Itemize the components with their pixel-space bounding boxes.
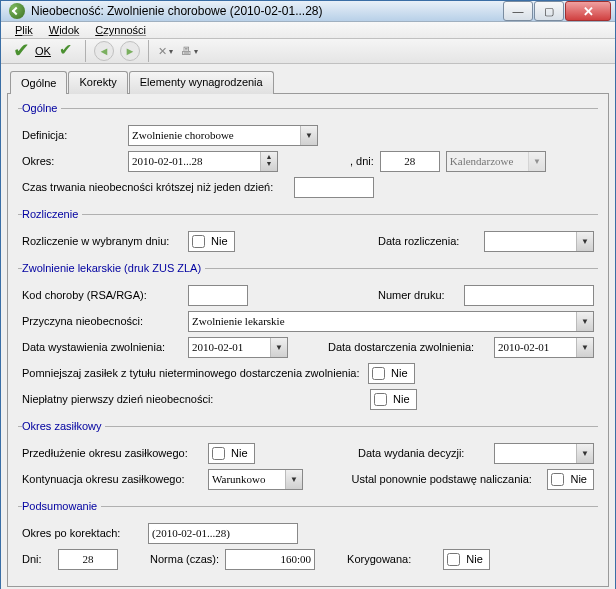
combo-przyczyna[interactable]: Zwolnienie lekarskie ▼ [188, 311, 594, 332]
checkbox-input[interactable] [212, 447, 225, 460]
checkbox-label: Nie [391, 367, 408, 379]
content-area: Ogólne Korekty Elementy wynagrodzenia Og… [1, 64, 615, 589]
checkbox-label: Nie [211, 235, 228, 247]
checkbox-label: Nie [393, 393, 410, 405]
chevron-down-icon: ▼ [300, 126, 317, 145]
legend-zwolnienie: Zwolnienie lekarskie (druk ZUS ZLA) [22, 262, 205, 274]
menu-widok[interactable]: Widok [41, 22, 88, 38]
checkbox-label: Nie [466, 553, 483, 565]
chevron-down-icon: ▼ [576, 312, 593, 331]
chevron-down-icon: ▼ [576, 338, 593, 357]
section-ogolne: Ogólne Definicja: Zwolnienie chorobowe ▼… [18, 102, 598, 204]
checkbox-label: Nie [570, 473, 587, 485]
section-okres-zasilkowy: Okres zasiłkowy Przedłużenie okresu zasi… [18, 420, 598, 496]
ok-button[interactable]: ✔ OK [7, 39, 57, 63]
legend-podsumowanie: Podsumowanie [22, 500, 101, 512]
chevron-down-icon: ▼ [285, 470, 302, 489]
separator [85, 40, 86, 62]
input-dni[interactable] [380, 151, 440, 172]
label-definicja: Definicja: [22, 129, 122, 141]
label-dni-pods: Dni: [22, 553, 52, 565]
titlebar: Nieobecność: Zwolnienie chorobowe (2010-… [1, 1, 615, 22]
maximize-button[interactable]: ▢ [534, 1, 564, 21]
label-kontynuacja: Kontynuacja okresu zasiłkowego: [22, 473, 202, 485]
label-czas: Czas trwania nieobecności krótszej niż j… [22, 181, 288, 193]
apply-icon[interactable]: ✔ [59, 41, 79, 61]
legend-ogolne: Ogólne [22, 102, 61, 114]
section-zwolnienie: Zwolnienie lekarskie (druk ZUS ZLA) Kod … [18, 262, 598, 416]
date-data-wystawienia[interactable]: 2010-02-01 ▼ [188, 337, 288, 358]
combo-definicja[interactable]: Zwolnienie chorobowe ▼ [128, 125, 318, 146]
checkbox-input[interactable] [192, 235, 205, 248]
label-okres-korekty: Okres po korektach: [22, 527, 142, 539]
combo-przyczyna-value: Zwolnienie lekarskie [192, 315, 285, 327]
input-numer-druku[interactable] [464, 285, 594, 306]
checkbox-input[interactable] [372, 367, 385, 380]
combo-kontynuacja[interactable]: Warunkowo ▼ [208, 469, 303, 490]
label-data-decyzji: Data wydania decyzji: [358, 447, 488, 459]
label-korygowana: Korygowana: [347, 553, 411, 565]
tools-button[interactable]: ✕▾ [157, 42, 175, 60]
menu-czynnosci[interactable]: Czynności [87, 22, 154, 38]
label-pomniejszaj: Pomniejszaj zasiłek z tytułu nieterminow… [22, 367, 362, 379]
nav-forward-button[interactable]: ► [120, 41, 140, 61]
label-norma: Norma (czas): [150, 553, 219, 565]
checkbox-nieplatny[interactable]: Nie [370, 389, 417, 410]
label-data-wystawienia: Data wystawienia zwolnienia: [22, 341, 182, 353]
ok-label: OK [35, 45, 51, 57]
separator [148, 40, 149, 62]
checkbox-przedluzenie[interactable]: Nie [208, 443, 255, 464]
checkbox-label: Nie [231, 447, 248, 459]
legend-rozliczenie: Rozliczenie [22, 208, 82, 220]
input-okres-korekty[interactable] [148, 523, 298, 544]
close-button[interactable]: ✕ [565, 1, 611, 21]
checkbox-korygowana[interactable]: Nie [443, 549, 490, 570]
date-value: 2010-02-01 [192, 341, 243, 353]
nav-back-button[interactable]: ◄ [94, 41, 114, 61]
tabs: Ogólne Korekty Elementy wynagrodzenia [10, 70, 609, 93]
label-okres: Okres: [22, 155, 122, 167]
chevron-down-icon: ▼ [270, 338, 287, 357]
label-przyczyna: Przyczyna nieobecności: [22, 315, 182, 327]
section-rozliczenie: Rozliczenie Rozliczenie w wybranym dniu:… [18, 208, 598, 258]
label-nieplatny: Niepłatny pierwszy dzień nieobecności: [22, 393, 222, 405]
combo-kalendarzowe-value: Kalendarzowe [450, 155, 514, 167]
date-data-rozliczenia[interactable]: ▼ [484, 231, 594, 252]
label-dni: , dni: [350, 155, 374, 167]
app-icon [9, 3, 25, 19]
date-okres[interactable]: 2010-02-01...28 ▲▼ [128, 151, 278, 172]
checkbox-rozliczenie-dzien[interactable]: Nie [188, 231, 235, 252]
section-podsumowanie: Podsumowanie Okres po korektach: Dni: No… [18, 500, 598, 576]
tab-ogolne[interactable]: Ogólne [10, 71, 67, 94]
menubar: Plik Widok Czynności [1, 22, 615, 39]
checkbox-pomniejszaj[interactable]: Nie [368, 363, 415, 384]
checkbox-input[interactable] [551, 473, 564, 486]
checkbox-ustal[interactable]: Nie [547, 469, 594, 490]
window-title: Nieobecność: Zwolnienie chorobowe (2010-… [31, 4, 503, 18]
tab-korekty[interactable]: Korekty [68, 71, 127, 94]
input-dni-pods[interactable] [58, 549, 118, 570]
label-przedluzenie: Przedłużenie okresu zasiłkowego: [22, 447, 202, 459]
label-rozliczenie-dzien: Rozliczenie w wybranym dniu: [22, 235, 182, 247]
check-icon: ✔ [13, 41, 33, 61]
toolbar: ✔ OK ✔ ◄ ► ✕▾ 🖶▾ [1, 39, 615, 64]
checkbox-input[interactable] [374, 393, 387, 406]
window-controls: — ▢ ✕ [503, 1, 611, 21]
checkbox-input[interactable] [447, 553, 460, 566]
app-window: Nieobecność: Zwolnienie chorobowe (2010-… [0, 0, 616, 589]
date-data-dostarczenia[interactable]: 2010-02-01 ▼ [494, 337, 594, 358]
chevron-down-icon: ▼ [528, 152, 545, 171]
menu-plik[interactable]: Plik [7, 22, 41, 38]
chevron-down-icon: ▼ [576, 232, 593, 251]
date-data-decyzji[interactable]: ▼ [494, 443, 594, 464]
label-data-dostarczenia: Data dostarczenia zwolnienia: [328, 341, 488, 353]
input-czas[interactable] [294, 177, 374, 198]
input-norma[interactable] [225, 549, 315, 570]
combo-value: Warunkowo [212, 473, 266, 485]
input-kod-choroby[interactable] [188, 285, 248, 306]
tab-elementy[interactable]: Elementy wynagrodzenia [129, 71, 274, 94]
print-button[interactable]: 🖶▾ [181, 42, 199, 60]
minimize-button[interactable]: — [503, 1, 533, 21]
tab-body: Ogólne Definicja: Zwolnienie chorobowe ▼… [7, 93, 609, 587]
label-data-rozliczenia: Data rozliczenia: [378, 235, 478, 247]
